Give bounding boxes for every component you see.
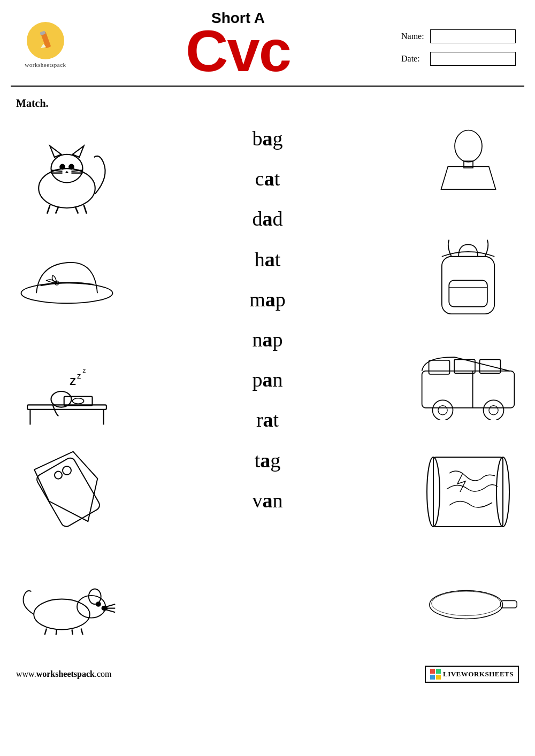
svg-marker-9	[65, 171, 68, 173]
svg-point-54	[433, 400, 453, 419]
svg-rect-59	[433, 457, 503, 527]
cvc-title: Cvc	[186, 21, 291, 80]
word-tag: tag	[255, 442, 281, 479]
svg-text:z: z	[83, 367, 86, 374]
svg-point-35	[96, 602, 101, 606]
svg-rect-48	[449, 280, 487, 306]
svg-line-37	[104, 604, 115, 607]
svg-line-15	[56, 206, 58, 213]
svg-line-16	[75, 206, 78, 213]
svg-point-63	[432, 591, 501, 616]
url-text: www.worksheetspack.com	[16, 669, 112, 678]
logo-circle	[27, 22, 64, 59]
rat-svg	[16, 564, 118, 635]
name-input[interactable]	[430, 29, 516, 43]
svg-point-62	[430, 591, 503, 619]
pan-image	[417, 553, 519, 644]
svg-rect-64	[501, 601, 517, 608]
name-date-area: Name: Date:	[401, 24, 519, 66]
name-label: Name:	[401, 32, 426, 41]
logo-area: worksheetspack	[16, 22, 75, 68]
liveworksheets-badge: LIVEWORKSHEETS	[425, 666, 519, 683]
tag-image	[16, 446, 118, 537]
word-bag: bag	[253, 120, 283, 157]
person-image	[417, 126, 519, 217]
word-nap: nap	[253, 321, 283, 358]
middle-words: bag cat dad hat map nap pan rat tag van	[134, 120, 401, 519]
title-area: Short A Cvc	[86, 10, 391, 80]
cat-image	[16, 126, 118, 217]
logo-brand-text: worksheetspack	[25, 61, 66, 68]
svg-marker-6	[73, 146, 84, 157]
instruction-label: Match.	[16, 97, 519, 110]
svg-marker-5	[50, 146, 61, 157]
header: worksheetspack Short A Cvc Name: Date:	[0, 0, 535, 86]
svg-text:Z: Z	[70, 376, 76, 387]
badge-icon	[430, 669, 441, 680]
nap-svg: Z z z	[16, 340, 118, 430]
svg-point-31	[53, 470, 63, 480]
word-pan: pan	[253, 361, 283, 398]
date-input[interactable]	[430, 52, 516, 66]
tag-svg	[21, 446, 112, 537]
nap-person-image: Z z z	[16, 340, 118, 430]
pencil-icon	[33, 28, 58, 53]
right-images	[401, 120, 519, 644]
svg-point-55	[438, 406, 447, 415]
svg-rect-51	[429, 360, 450, 374]
backpack-image	[417, 233, 519, 323]
pan-svg	[417, 574, 519, 623]
match-grid: Z z z	[16, 120, 519, 644]
svg-point-29	[63, 466, 71, 475]
svg-point-3	[39, 168, 95, 208]
word-hat: hat	[255, 241, 281, 278]
van-image	[417, 340, 519, 430]
svg-point-7	[60, 164, 64, 168]
svg-line-40	[44, 628, 47, 634]
svg-point-33	[77, 595, 105, 618]
word-map: map	[249, 281, 286, 318]
svg-line-43	[81, 628, 83, 634]
svg-point-18	[21, 283, 113, 304]
svg-text:z: z	[77, 371, 81, 380]
footer: www.worksheetspack.com LIVEWORKSHEETS	[0, 655, 535, 688]
date-row: Date:	[401, 52, 519, 66]
backpack-svg	[427, 233, 509, 323]
svg-point-56	[483, 400, 503, 419]
word-cat: cat	[255, 160, 280, 197]
person-svg	[427, 126, 509, 217]
svg-point-8	[69, 164, 73, 168]
name-row: Name:	[401, 29, 519, 43]
van-svg	[417, 350, 519, 420]
svg-line-42	[72, 629, 73, 635]
word-rat: rat	[256, 402, 279, 438]
svg-point-44	[455, 130, 482, 163]
map-image	[417, 446, 519, 537]
word-dad: dad	[253, 200, 283, 237]
footer-url: www.worksheetspack.com	[16, 669, 112, 679]
hat-svg	[16, 245, 118, 311]
badge-text: LIVEWORKSHEETS	[443, 670, 514, 678]
main-content: Match.	[0, 87, 535, 655]
date-label: Date:	[401, 54, 426, 64]
rat-image	[16, 553, 118, 644]
svg-point-57	[489, 406, 498, 415]
word-van: van	[253, 482, 283, 519]
svg-point-25	[73, 398, 84, 404]
cat-svg	[16, 126, 118, 217]
left-images: Z z z	[16, 120, 134, 644]
svg-line-14	[47, 205, 50, 213]
svg-line-39	[104, 609, 115, 612]
svg-line-17	[84, 205, 87, 213]
svg-line-41	[56, 629, 57, 635]
hat-image	[16, 233, 118, 323]
svg-rect-47	[442, 257, 494, 314]
map-svg	[417, 446, 519, 537]
